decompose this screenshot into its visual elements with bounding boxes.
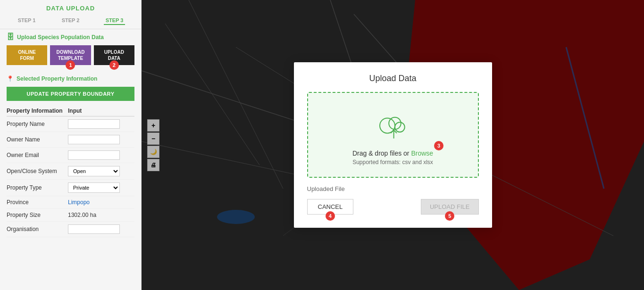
prop-input-email[interactable] bbox=[68, 150, 120, 160]
upload-file-badge: 5 bbox=[445, 211, 454, 221]
upload-file-button[interactable]: UPLOAD FILE 5 bbox=[421, 199, 479, 215]
owner-email-input[interactable] bbox=[68, 150, 120, 160]
table-row: Organisation bbox=[7, 222, 134, 237]
prop-input-org[interactable] bbox=[68, 224, 120, 234]
prop-input-owner[interactable] bbox=[68, 135, 120, 144]
cancel-button[interactable]: CANCEL 4 bbox=[307, 199, 354, 215]
upload-data-badge: 2 bbox=[109, 60, 119, 70]
property-table: Property Information Input Property Name… bbox=[0, 105, 141, 290]
supported-formats-text: Supported formats: csv and xlsx bbox=[318, 159, 468, 166]
location-icon: 📍 bbox=[7, 75, 14, 82]
modal-title: Upload Data bbox=[307, 74, 479, 83]
prop-label-system: Open/Close System bbox=[7, 168, 68, 174]
table-row: Owner Name bbox=[7, 132, 134, 148]
table-row: Property Type Private Public bbox=[7, 180, 134, 196]
sidebar-header: DATA UPLOAD bbox=[0, 0, 141, 15]
table-row: Property Size 1302.00 ha bbox=[7, 209, 134, 222]
drag-drop-text: Drag & drop files or Browse 3 bbox=[318, 149, 468, 157]
cloud-svg bbox=[374, 110, 412, 143]
upload-data-button[interactable]: UPLOAD DATA 2 bbox=[94, 45, 134, 65]
upload-data-modal: Upload Data Dra bbox=[294, 62, 492, 228]
upload-dropzone[interactable]: Drag & drop files or Browse 3 Supported … bbox=[307, 92, 479, 178]
prop-value-province: Limpopo bbox=[68, 199, 90, 206]
step-2[interactable]: STEP 2 bbox=[60, 17, 82, 25]
modal-overlay: Upload Data Dra bbox=[142, 0, 644, 290]
browse-badge: 3 bbox=[434, 141, 443, 150]
table-row: Province Limpopo bbox=[7, 196, 134, 209]
uploaded-file-label: Uploaded File bbox=[307, 185, 479, 192]
steps-row: STEP 1 STEP 2 STEP 3 bbox=[0, 15, 141, 29]
step-1[interactable]: STEP 1 bbox=[16, 17, 38, 25]
prop-label-owner: Owner Name bbox=[7, 136, 68, 143]
update-boundary-button[interactable]: UPDATE PROPERTY BOUNDARY bbox=[7, 87, 134, 101]
table-row: Owner Email bbox=[7, 148, 134, 163]
species-icon: 🗄 bbox=[7, 33, 14, 41]
prop-label-size: Property Size bbox=[7, 212, 68, 218]
browse-link[interactable]: Browse 3 bbox=[411, 149, 433, 157]
organisation-input[interactable] bbox=[68, 224, 120, 234]
prop-input-system[interactable]: Open Close bbox=[68, 166, 120, 176]
open-close-select[interactable]: Open Close bbox=[68, 166, 120, 176]
prop-label-org: Organisation bbox=[7, 226, 68, 232]
owner-name-input[interactable] bbox=[68, 135, 120, 144]
property-name-input[interactable] bbox=[68, 119, 120, 129]
prop-input-name[interactable] bbox=[68, 119, 120, 129]
cloud-upload-icon bbox=[318, 110, 468, 145]
table-header: Property Information Input bbox=[7, 105, 134, 116]
cancel-badge: 4 bbox=[326, 211, 335, 221]
prop-label-type: Property Type bbox=[7, 184, 68, 191]
prop-value-size: 1302.00 ha bbox=[68, 212, 96, 218]
col-header-input: Input bbox=[68, 108, 134, 114]
table-row: Open/Close System Open Close bbox=[7, 163, 134, 180]
prop-label-email: Owner Email bbox=[7, 152, 68, 158]
col-header-info: Property Information bbox=[7, 108, 68, 114]
table-row: Property Name bbox=[7, 116, 134, 132]
upload-species-label: Upload Species Population Data bbox=[17, 34, 104, 41]
property-type-select[interactable]: Private Public bbox=[68, 182, 120, 193]
download-template-badge: 1 bbox=[66, 60, 75, 70]
sidebar: DATA UPLOAD STEP 1 STEP 2 STEP 3 🗄 Uploa… bbox=[0, 0, 142, 290]
prop-label-province: Province bbox=[7, 199, 68, 206]
prop-input-type[interactable]: Private Public bbox=[68, 182, 120, 193]
selected-property-section: 📍 Selected Property Information bbox=[0, 69, 141, 84]
online-form-button[interactable]: ONLINE FORM bbox=[7, 45, 47, 65]
selected-property-label: Selected Property Information bbox=[17, 75, 97, 82]
download-template-button[interactable]: DOWNLOAD TEMPLATE 1 bbox=[50, 45, 91, 65]
prop-label-name: Property Name bbox=[7, 121, 68, 127]
step-3[interactable]: STEP 3 bbox=[104, 17, 125, 25]
upload-species-section: 🗄 Upload Species Population Data bbox=[0, 29, 141, 43]
action-buttons-row: ONLINE FORM DOWNLOAD TEMPLATE 1 UPLOAD D… bbox=[0, 43, 141, 69]
map-area: + − 🌙 🖨 Upload Data bbox=[142, 0, 644, 290]
modal-buttons: CANCEL 4 UPLOAD FILE 5 bbox=[307, 199, 479, 215]
